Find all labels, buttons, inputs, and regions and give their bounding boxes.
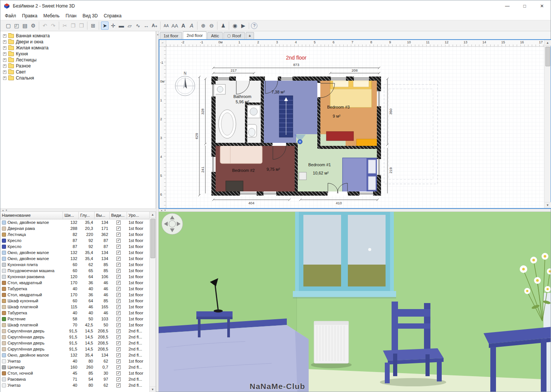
visibility-checkbox[interactable]: [116, 341, 121, 345]
create-photo-icon[interactable]: ◉: [231, 21, 239, 30]
new-home-icon[interactable]: ▢: [5, 21, 12, 30]
select-tool-icon[interactable]: ➤: [101, 21, 109, 30]
scroll-up-button[interactable]: ▲: [150, 212, 156, 218]
window-3d[interactable]: [293, 212, 396, 299]
undo-icon[interactable]: ↶: [41, 21, 49, 30]
furniture-row[interactable]: Скруглённая дверь 91,5 14,5 208,5 2nd fl…: [0, 340, 150, 346]
expand-toggle-icon[interactable]: [3, 34, 6, 38]
menu-help[interactable]: Справка: [101, 12, 124, 20]
zoom-in-icon[interactable]: ⊕: [199, 21, 207, 30]
visibility-checkbox[interactable]: [116, 353, 121, 357]
plan-scroll-up-button[interactable]: ▲: [545, 40, 551, 46]
column-name[interactable]: Наименование: [0, 212, 63, 219]
catalog-category-row[interactable]: Разное: [0, 63, 156, 69]
level-title[interactable]: 2nd floor: [286, 55, 307, 61]
virtual-visitor-icon[interactable]: ♟: [219, 21, 227, 30]
maximize-button[interactable]: □: [516, 0, 533, 12]
add-level-button[interactable]: +: [246, 32, 254, 39]
furniture-row[interactable]: Раковина 71 54 97 2nd fl...: [0, 376, 150, 382]
furniture-row[interactable]: Лестница 82 220 362 1st floor: [0, 231, 150, 237]
create-walls-icon[interactable]: ▬: [118, 21, 125, 30]
bed-bedroom2[interactable]: [220, 145, 262, 164]
visibility-checkbox[interactable]: [116, 383, 121, 387]
furniture-table-scrollbar[interactable]: ▲ ▼: [149, 212, 156, 392]
furniture-row[interactable]: Окно, двойное малое 132 35,4 134 1st flo…: [0, 250, 150, 256]
visibility-checkbox[interactable]: [116, 347, 121, 351]
column-height[interactable]: Вы...: [95, 212, 110, 219]
dresser-bedroom3[interactable]: [326, 132, 354, 141]
visibility-checkbox[interactable]: [116, 365, 121, 369]
furniture-row[interactable]: Унитаз 40 80 62 2nd fl...: [0, 382, 150, 388]
create-video-icon[interactable]: ▶: [239, 21, 247, 30]
furniture-row[interactable]: Кухонная раковина 120 64 106 1st floor: [0, 274, 150, 280]
catalog-category-row[interactable]: Свет: [0, 69, 156, 75]
catalog-list-splitter[interactable]: ▲ ▼: [0, 208, 156, 212]
column-depth[interactable]: Глу...: [79, 212, 95, 219]
visibility-checkbox[interactable]: [116, 299, 121, 303]
furniture-row[interactable]: Скруглённая дверь 91,5 14,5 208,5 2nd fl…: [0, 346, 150, 352]
bed-3d[interactable]: [159, 318, 309, 392]
paste-icon[interactable]: ❒: [78, 21, 85, 30]
tab-2nd-floor[interactable]: 2nd floor: [183, 31, 207, 39]
furniture-row[interactable]: Шкаф платяной 70 42,5 50 1st floor: [0, 322, 150, 328]
furniture-row[interactable]: Растение 58 50 103 1st floor: [0, 316, 150, 322]
menu-file[interactable]: Файл: [2, 12, 19, 20]
add-furniture-icon[interactable]: ⊞: [89, 21, 97, 30]
visibility-checkbox[interactable]: [116, 251, 121, 255]
open-icon[interactable]: ◰: [13, 21, 20, 30]
zoom-out-icon[interactable]: ⊖: [208, 21, 215, 30]
minimize-button[interactable]: —: [499, 0, 516, 12]
furniture-row[interactable]: Табуретка 40 40 46 1st floor: [0, 310, 150, 316]
column-visible[interactable]: Види...: [110, 212, 127, 219]
visibility-checkbox[interactable]: [116, 335, 121, 339]
column-width[interactable]: Ши...: [63, 212, 79, 219]
plan-scroll-down-button[interactable]: ▼: [545, 202, 551, 208]
tab-attic[interactable]: Attic: [207, 32, 223, 39]
tab-roof[interactable]: Roof: [223, 32, 245, 39]
visibility-checkbox[interactable]: [116, 245, 121, 249]
collapse-up-icon[interactable]: ▲: [2, 209, 4, 211]
visibility-checkbox[interactable]: [116, 317, 121, 321]
visibility-checkbox[interactable]: [116, 305, 121, 309]
expand-toggle-icon[interactable]: [3, 64, 6, 68]
save-icon[interactable]: ▤: [21, 21, 29, 30]
visibility-checkbox[interactable]: [116, 359, 121, 363]
visibility-checkbox[interactable]: [116, 287, 121, 291]
furniture-row[interactable]: Посудомоечная машина 60 65 85 1st floor: [0, 268, 150, 274]
staircase[interactable]: [279, 96, 293, 137]
help-icon[interactable]: ?: [251, 23, 257, 29]
visibility-checkbox[interactable]: [116, 293, 121, 297]
expand-toggle-icon[interactable]: [3, 52, 6, 56]
furniture-row[interactable]: Кресло 87 92 87 1st floor: [0, 243, 150, 250]
column-level[interactable]: Уро...: [127, 212, 150, 219]
visibility-checkbox[interactable]: [116, 257, 121, 261]
bed-bedroom3[interactable]: [330, 79, 372, 107]
furniture-row[interactable]: Стол, квадратный 170 36 46 1st floor: [0, 292, 150, 298]
nightstand-bedroom1[interactable]: [299, 172, 306, 180]
close-button[interactable]: ✕: [533, 0, 551, 12]
bed-bedroom1[interactable]: [343, 158, 377, 192]
furniture-row[interactable]: Стол, ночной 45 85 30 1st floor: [0, 370, 150, 376]
collapse-down-icon[interactable]: ▼: [5, 209, 8, 211]
collapse-up-icon[interactable]: ▲: [161, 209, 163, 211]
furniture-row[interactable]: Скруглённая дверь 91,5 14,5 208,5 2nd fl…: [0, 334, 150, 340]
visibility-checkbox[interactable]: [116, 371, 121, 375]
preferences-icon[interactable]: ⚙: [29, 21, 37, 30]
scroll-down-button[interactable]: ▼: [150, 386, 156, 392]
left-right-splitter[interactable]: ◄: [156, 31, 159, 392]
expand-toggle-icon[interactable]: [3, 40, 6, 44]
expand-toggle-icon[interactable]: [3, 46, 6, 50]
visibility-checkbox[interactable]: [116, 269, 121, 273]
menu-plan[interactable]: План: [63, 12, 80, 20]
add-text-icon[interactable]: A₊: [151, 21, 158, 30]
plan-scrollbar-thumb[interactable]: [545, 47, 550, 66]
armchair-bedroom2[interactable]: [226, 181, 243, 191]
visibility-checkbox[interactable]: [116, 227, 121, 231]
expand-toggle-icon[interactable]: [3, 58, 6, 62]
copy-icon[interactable]: ❐: [69, 21, 77, 30]
catalog-category-row[interactable]: Двери и окна: [0, 39, 156, 45]
menu-furniture[interactable]: Мебель: [40, 12, 63, 20]
visibility-checkbox[interactable]: [116, 220, 121, 225]
furniture-row[interactable]: Шкаф кухонный 60 64 85 1st floor: [0, 298, 150, 304]
plan-3d-splitter[interactable]: ▲ ▼: [159, 209, 551, 212]
